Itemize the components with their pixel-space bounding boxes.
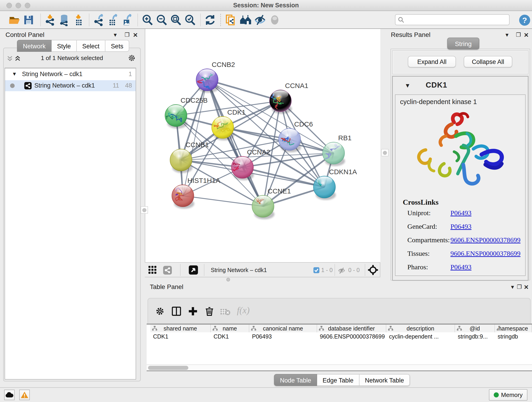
zoom-out-icon[interactable] — [155, 14, 168, 26]
column-header[interactable]: description — [386, 325, 455, 332]
network-share-view-icon[interactable] — [163, 266, 172, 274]
copy-document-icon[interactable] — [225, 14, 237, 26]
zoom-selected-icon[interactable] — [184, 14, 196, 26]
network-name: String Network – cdk1 — [34, 82, 95, 89]
control-panel-menu-icon[interactable]: ▼ — [113, 32, 118, 38]
tab-network-table[interactable]: Network Table — [360, 374, 410, 386]
collection-expand-icon[interactable]: ▼ — [12, 71, 17, 77]
results-panel-close-icon[interactable]: ✕ — [524, 32, 529, 39]
tab-sets[interactable]: Sets — [105, 40, 129, 52]
network-collection-row[interactable]: ▼ String Network – cdk1 1 — [5, 69, 136, 80]
crosslink-link[interactable]: 9606.ENSP00000378699 — [450, 249, 520, 257]
control-panel-float-icon[interactable]: ❐ — [125, 32, 130, 38]
delete-column-icon[interactable] — [205, 307, 214, 316]
table-panel-close-icon[interactable]: ✕ — [524, 284, 529, 291]
network-edge-count: 48 — [125, 82, 132, 89]
expand-all-button[interactable]: Expand All — [408, 56, 456, 67]
gene-section: ▼ CDK1 cyclin-dependent kinase 1 — [392, 76, 528, 281]
network-tree: ▼ String Network – cdk1 1 String Network… — [5, 68, 136, 380]
tab-node-table[interactable]: Node Table — [274, 374, 317, 386]
crosslink-label: Uniprot: — [407, 209, 431, 217]
column-header[interactable]: canonical name — [249, 325, 317, 332]
window-title: Session: New Session — [0, 2, 532, 9]
help-icon[interactable]: ? — [519, 14, 531, 26]
gene-description: cyclin-dependent kinase 1 — [400, 98, 477, 106]
crosslink-link[interactable]: P06493 — [450, 209, 472, 217]
show-selected-icon[interactable] — [268, 14, 281, 26]
network-selected-label: 1 of 1 Network selected — [5, 55, 139, 62]
tab-select[interactable]: Select — [77, 40, 105, 52]
selected-checkbox-icon[interactable] — [313, 267, 319, 273]
table-cell[interactable]: 9606.ENSP00000378699 — [320, 332, 385, 341]
home-icon[interactable] — [239, 14, 252, 26]
crosslink-link[interactable]: P06493 — [450, 263, 472, 271]
show-columns-icon[interactable] — [172, 307, 181, 316]
hidden-eye-icon — [338, 267, 346, 274]
cloud-button[interactable] — [4, 390, 15, 400]
horizontal-splitter-handle[interactable] — [226, 278, 230, 281]
crosslink-link[interactable]: P06493 — [450, 223, 472, 230]
table-cell[interactable]: P06493 — [252, 332, 316, 341]
column-header[interactable]: namespace — [495, 325, 532, 332]
table-cell[interactable]: stringdb — [498, 332, 531, 341]
column-header[interactable]: database identifier — [317, 325, 386, 332]
right-splitter-handle[interactable] — [381, 149, 389, 156]
add-column-icon[interactable] — [188, 307, 197, 316]
crosslink-label: Tissues: — [407, 249, 430, 257]
tab-edge-table[interactable]: Edge Table — [317, 374, 360, 386]
column-header[interactable]: shared name — [150, 325, 211, 332]
gene-section-header[interactable]: ▼ CDK1 — [393, 77, 528, 95]
tab-style[interactable]: Style — [51, 40, 77, 52]
node-table: shared namenamecanonical namedatabase id… — [147, 324, 532, 364]
titlebar: Session: New Session — [0, 0, 532, 11]
table-cell[interactable]: CDK1 — [153, 332, 210, 341]
export-image-icon[interactable] — [121, 14, 133, 26]
grid-view-icon[interactable] — [148, 266, 157, 274]
tab-string[interactable]: String — [447, 38, 479, 50]
table-cell[interactable]: stringdb:9... — [458, 332, 494, 341]
import-database-icon[interactable] — [58, 14, 70, 26]
hide-selected-icon[interactable] — [254, 14, 266, 26]
table-panel-title: Table Panel — [150, 283, 183, 291]
warning-button[interactable] — [19, 390, 30, 400]
table-panel-menu-icon[interactable]: ▼ — [510, 284, 515, 290]
zoom-in-icon[interactable] — [141, 14, 153, 26]
column-header[interactable]: @id — [455, 325, 495, 332]
refresh-icon[interactable] — [204, 14, 216, 26]
svg-text:CCNA2: CCNA2 — [247, 148, 270, 156]
svg-text:CCNB2: CCNB2 — [212, 61, 235, 68]
results-panel-float-icon[interactable]: ❐ — [516, 32, 521, 38]
save-session-icon[interactable] — [22, 14, 35, 26]
table-horizontal-scrollbar[interactable] — [147, 364, 532, 370]
svg-text:RB1: RB1 — [338, 134, 351, 142]
import-network-icon[interactable] — [44, 14, 56, 26]
table-cell[interactable]: cyclin-dependent ... — [389, 332, 454, 341]
open-in-new-window-icon[interactable] — [189, 265, 198, 274]
export-network-icon[interactable] — [93, 14, 105, 26]
import-table-icon[interactable] — [72, 14, 85, 26]
network-row-selected[interactable]: String Network – cdk1 11 48 — [5, 80, 136, 91]
svg-text:CCNE1: CCNE1 — [268, 187, 291, 195]
column-header[interactable]: name — [211, 325, 249, 332]
crosslink-link[interactable]: 9606.ENSP00000378699 — [450, 236, 520, 244]
open-file-icon[interactable] — [8, 14, 21, 26]
birds-eye-toggle-icon[interactable] — [368, 265, 378, 275]
delete-table-icon — [220, 308, 230, 315]
memory-button[interactable]: Memory — [489, 389, 527, 401]
results-panel-menu-icon[interactable]: ▼ — [505, 32, 510, 38]
tab-network[interactable]: Network — [17, 40, 51, 52]
table-panel-float-icon[interactable]: ❐ — [517, 284, 522, 290]
search-icon — [398, 17, 405, 23]
gene-collapse-icon[interactable]: ▼ — [405, 82, 411, 89]
export-table-icon[interactable] — [107, 14, 119, 26]
control-panel-close-icon[interactable]: ✕ — [133, 32, 138, 39]
network-options-gear-icon[interactable] — [128, 54, 136, 62]
zoom-fit-icon[interactable] — [170, 14, 182, 26]
table-cell[interactable]: CDK1 — [214, 332, 248, 341]
table-settings-gear-icon[interactable] — [155, 307, 165, 316]
collection-count: 1 — [128, 70, 132, 78]
network-canvas[interactable]: CCNB2CCNA1CDC25BCDK1CDC6RB1CCNB1CCNA2CDK… — [145, 29, 380, 262]
search-input[interactable] — [395, 14, 510, 25]
collapse-all-button[interactable]: Collapse All — [464, 56, 512, 67]
left-splitter-handle[interactable] — [141, 206, 148, 214]
